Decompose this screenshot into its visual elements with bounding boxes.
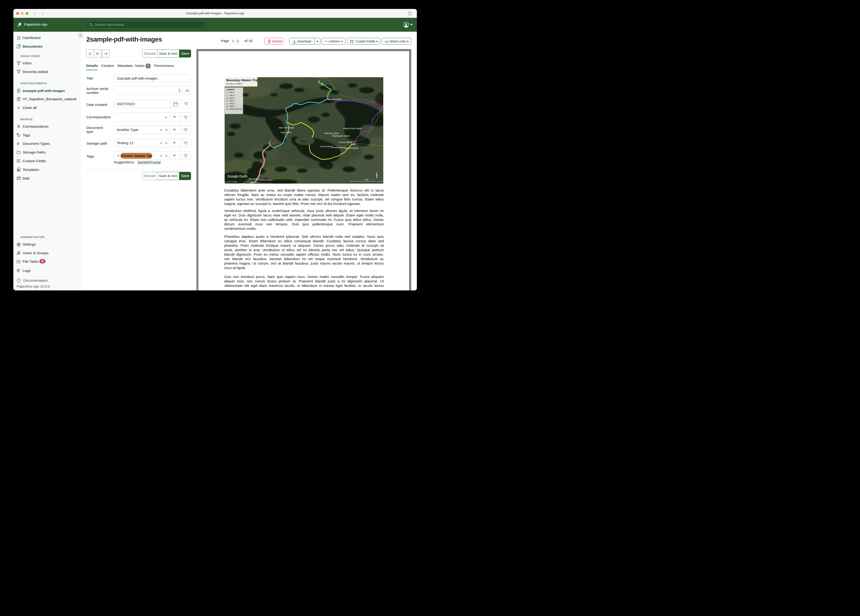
svg-text:Day 1: Day 1 [229, 91, 235, 93]
svg-text:Norway Island: Norway Island [331, 146, 345, 149]
svg-text:Lincoln Island: Lincoln Island [339, 141, 352, 143]
svg-text:New York Island: New York Island [279, 127, 294, 129]
svg-text:Gary Island: Gary Island [281, 131, 291, 134]
svg-text:Google Earth: Google Earth [228, 174, 247, 178]
svg-text:Hausons Island: Hausons Island [327, 98, 342, 101]
svg-text:Day 6: Day 6 [229, 105, 235, 107]
svg-text:Text: Text [301, 140, 306, 143]
svg-text:Half Dog Island: Half Dog Island [324, 132, 339, 135]
svg-text:Day 4: Day 4 [229, 100, 235, 102]
svg-text:Mile Island: Mile Island [249, 178, 259, 180]
svg-text:Indian Grave Island: Indian Grave Island [343, 127, 361, 130]
svg-text:Image © 2017 DigitalGlobe: Image © 2017 DigitalGlobe [226, 183, 246, 184]
svg-text:Boundary Waters Trip: Boundary Waters Trip [226, 79, 258, 82]
svg-text:Day 3: Day 3 [229, 97, 235, 99]
svg-text:Entry Point 24: Entry Point 24 [229, 108, 242, 110]
svg-text:Legend: Legend [226, 88, 234, 91]
svg-text:N: N [375, 179, 377, 182]
svg-text:Squirrel Island: Squirrel Island [345, 147, 358, 149]
svg-text:© 2017 Google: © 2017 Google [226, 181, 237, 183]
svg-text:Canoe Island: Canoe Island [320, 145, 332, 148]
svg-text:Six days in BWCA: Six days in BWCA [226, 83, 243, 85]
svg-text:Washington Island: Washington Island [332, 135, 350, 137]
svg-text:3 mi: 3 mi [364, 178, 368, 181]
svg-text:Charlies Island: Charlies Island [259, 179, 273, 181]
svg-text:Day 5: Day 5 [229, 102, 235, 105]
svg-text:Day 2: Day 2 [229, 94, 235, 96]
